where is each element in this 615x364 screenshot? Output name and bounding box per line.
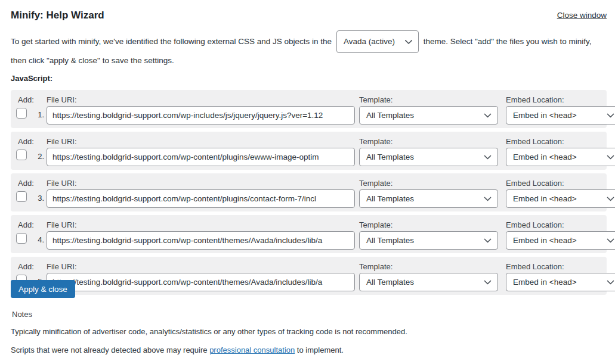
embed-location-select-value: Embed in <head> bbox=[513, 153, 577, 161]
add-label: Add: bbox=[18, 220, 34, 230]
template-label: Template: bbox=[359, 179, 393, 188]
file-uri-label: File URI: bbox=[47, 95, 77, 105]
template-select[interactable]: All Templates bbox=[359, 231, 498, 250]
apply-close-button[interactable]: Apply & close bbox=[11, 280, 75, 298]
intro-text-before: To get started with minify, we've identi… bbox=[11, 37, 332, 46]
file-uri-input[interactable] bbox=[47, 148, 355, 166]
js-file-row: Add: 3. File URI: Template: All Template… bbox=[11, 173, 607, 211]
file-uri-label: File URI: bbox=[47, 262, 77, 272]
chevron-down-icon bbox=[607, 155, 614, 160]
add-checkbox[interactable] bbox=[16, 191, 27, 202]
js-file-row: Add: 4. File URI: Template: All Template… bbox=[11, 215, 607, 253]
file-uri-input[interactable] bbox=[47, 106, 355, 125]
note-line-2-before: Scripts that were not already detected a… bbox=[11, 346, 208, 354]
chevron-down-icon bbox=[484, 113, 492, 118]
chevron-down-icon bbox=[607, 113, 614, 118]
notes-heading: Notes bbox=[11, 309, 615, 320]
embed-location-select-value: Embed in <head> bbox=[513, 236, 577, 245]
chevron-down-icon bbox=[607, 238, 614, 243]
embed-location-label: Embed Location: bbox=[506, 179, 564, 188]
row-number: 3. bbox=[33, 194, 44, 203]
embed-location-select-value: Embed in <head> bbox=[513, 278, 577, 287]
chevron-down-icon bbox=[484, 238, 492, 243]
embed-location-select[interactable]: Embed in <head> bbox=[506, 106, 615, 125]
js-file-row: Add: 1. File URI: Template: All Template… bbox=[11, 90, 607, 128]
embed-location-select[interactable]: Embed in <head> bbox=[506, 231, 615, 250]
file-uri-label: File URI: bbox=[47, 220, 77, 230]
add-label: Add: bbox=[18, 179, 34, 188]
embed-location-select[interactable]: Embed in <head> bbox=[506, 148, 615, 166]
chevron-down-icon bbox=[607, 280, 614, 285]
template-label: Template: bbox=[359, 137, 393, 147]
chevron-down-icon bbox=[484, 155, 492, 160]
js-file-row: Add: 2. File URI: Template: All Template… bbox=[11, 132, 607, 170]
template-select-value: All Templates bbox=[366, 236, 414, 245]
add-checkbox[interactable] bbox=[16, 150, 27, 160]
template-select[interactable]: All Templates bbox=[359, 189, 498, 208]
add-checkbox[interactable] bbox=[16, 233, 27, 244]
theme-select[interactable]: Avada (active) bbox=[336, 30, 419, 53]
header: Minify: Help Wizard Close window bbox=[11, 9, 615, 22]
add-label: Add: bbox=[18, 95, 34, 105]
embed-location-label: Embed Location: bbox=[506, 220, 564, 230]
template-select-value: All Templates bbox=[366, 194, 414, 203]
template-select[interactable]: All Templates bbox=[359, 273, 498, 291]
embed-location-select[interactable]: Embed in <head> bbox=[506, 189, 615, 208]
chevron-down-icon bbox=[484, 280, 492, 285]
javascript-section-label: JavaScript: bbox=[11, 73, 615, 84]
template-select-value: All Templates bbox=[366, 278, 414, 287]
close-window-link[interactable]: Close window bbox=[557, 10, 607, 21]
file-uri-label: File URI: bbox=[47, 137, 77, 147]
file-uri-input[interactable] bbox=[47, 189, 355, 208]
embed-location-select[interactable]: Embed in <head> bbox=[506, 273, 615, 291]
template-label: Template: bbox=[359, 95, 393, 105]
add-label: Add: bbox=[18, 137, 34, 147]
embed-location-label: Embed Location: bbox=[506, 262, 564, 272]
file-uri-label: File URI: bbox=[47, 179, 77, 188]
page-title: Minify: Help Wizard bbox=[11, 9, 615, 22]
intro-paragraph: To get started with minify, we've identi… bbox=[11, 30, 600, 69]
template-select-value: All Templates bbox=[366, 111, 414, 120]
template-select-value: All Templates bbox=[366, 153, 414, 161]
row-number: 2. bbox=[33, 152, 44, 161]
template-select[interactable]: All Templates bbox=[359, 106, 498, 125]
theme-select-value: Avada (active) bbox=[344, 34, 395, 49]
template-label: Template: bbox=[359, 220, 393, 230]
row-number: 4. bbox=[33, 235, 44, 244]
file-uri-input[interactable] bbox=[47, 273, 355, 291]
rows-container: Add: 1. File URI: Template: All Template… bbox=[11, 90, 615, 295]
embed-location-label: Embed Location: bbox=[506, 137, 564, 147]
add-label: Add: bbox=[18, 262, 34, 272]
file-uri-input[interactable] bbox=[47, 231, 355, 250]
add-checkbox[interactable] bbox=[16, 108, 27, 119]
template-select[interactable]: All Templates bbox=[359, 148, 498, 166]
embed-location-label: Embed Location: bbox=[506, 95, 564, 105]
embed-location-select-value: Embed in <head> bbox=[513, 111, 577, 120]
note-line-2: Scripts that were not already detected a… bbox=[11, 344, 615, 357]
embed-location-select-value: Embed in <head> bbox=[513, 194, 577, 203]
chevron-down-icon bbox=[404, 39, 413, 45]
template-label: Template: bbox=[359, 262, 393, 272]
row-number: 1. bbox=[33, 110, 44, 119]
chevron-down-icon bbox=[607, 197, 614, 201]
note-line-2-after: to implement. bbox=[297, 346, 344, 354]
minify-help-wizard-page: Minify: Help Wizard Close window To get … bbox=[0, 0, 615, 357]
js-file-row: Add: 5. File URI: Template: All Template… bbox=[11, 257, 607, 295]
professional-consultation-link[interactable]: professional consultation bbox=[209, 346, 295, 354]
chevron-down-icon bbox=[484, 197, 492, 201]
note-line-1: Typically minification of advertiser cod… bbox=[11, 325, 615, 338]
